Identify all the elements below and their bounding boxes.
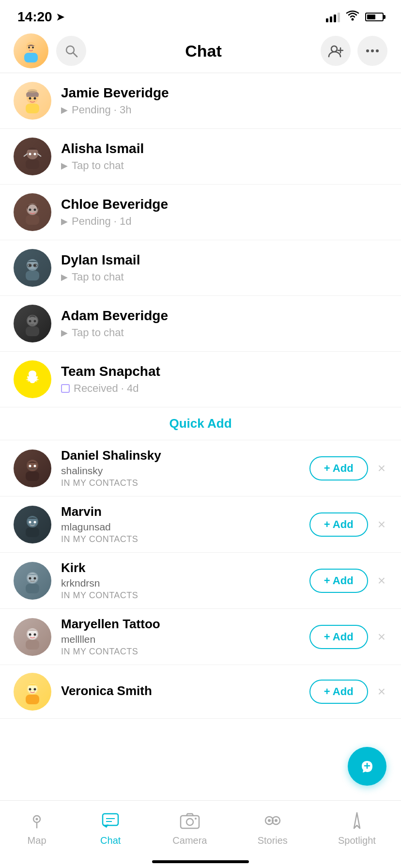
svg-point-65 — [34, 688, 36, 691]
chat-status-team-snapchat: Received · 4d — [61, 382, 387, 395]
svg-rect-47 — [26, 527, 39, 537]
compose-fab[interactable] — [348, 747, 386, 786]
svg-point-4 — [28, 46, 30, 48]
svg-point-60 — [34, 633, 36, 636]
quick-add-name-veronica-smith: Veronica Smith — [61, 683, 309, 698]
dismiss-button-daniel-shalinsky[interactable]: × — [376, 459, 387, 478]
add-button-maryellen-tattoo[interactable]: + Add — [309, 625, 368, 649]
quick-add-actions-daniel-shalinsky: + Add × — [309, 456, 387, 480]
quick-add-reason-marvin: IN MY CONTACTS — [61, 534, 309, 544]
profile-avatar[interactable] — [14, 33, 48, 68]
chat-info-alisha-ismail: Alisha Ismail ▶ Tap to chat — [61, 141, 387, 172]
nav-label-chat: Chat — [100, 835, 121, 846]
chat-status-jamie-beveridge: ▶ Pending · 3h — [61, 104, 387, 116]
quick-add-name-marvin: Marvin — [61, 504, 309, 519]
avatar-veronica-smith — [14, 673, 51, 711]
avatar-daniel-shalinsky — [14, 450, 51, 487]
quick-add-actions-maryellen-tattoo: + Add × — [309, 625, 387, 649]
avatar-alisha-ismail — [14, 138, 51, 175]
quick-add-info-daniel-shalinsky: Daniel Shalinsky shalinsky IN MY CONTACT… — [61, 448, 309, 488]
chat-icon — [99, 809, 122, 832]
chat-name-chloe-beveridge: Chloe Beveridge — [61, 197, 387, 212]
svg-point-72 — [186, 819, 193, 825]
svg-rect-52 — [26, 584, 39, 593]
nav-item-spotlight[interactable]: Spotlight — [328, 805, 386, 850]
camera-icon — [178, 809, 201, 832]
quick-add-username-daniel-shalinsky: shalinsky — [61, 465, 309, 477]
svg-point-67 — [36, 818, 38, 821]
svg-rect-71 — [181, 816, 199, 828]
nav-item-chat[interactable]: Chat — [89, 805, 132, 850]
svg-rect-20 — [26, 159, 39, 169]
chat-item-team-snapchat[interactable]: Team Snapchat Received · 4d — [0, 352, 401, 407]
add-button-daniel-shalinsky[interactable]: + Add — [309, 456, 368, 480]
chat-item-chloe-beveridge[interactable]: Chloe Beveridge ▶ Pending · 1d — [0, 185, 401, 240]
quick-add-item-daniel-shalinsky: Daniel Shalinsky shalinsky IN MY CONTACT… — [0, 440, 401, 496]
quick-add-item-marvin: Marvin mlagunsad IN MY CONTACTS + Add × — [0, 496, 401, 553]
svg-rect-2 — [24, 53, 38, 62]
quick-add-item-maryellen-tattoo: Maryellen Tattoo mellllen IN MY CONTACTS… — [0, 609, 401, 665]
svg-point-13 — [376, 49, 379, 52]
quick-add-header: Quick Add — [0, 407, 401, 440]
svg-point-22 — [34, 153, 36, 155]
chat-name-jamie-beveridge: Jamie Beveridge — [61, 85, 387, 101]
add-button-marvin[interactable]: + Add — [309, 512, 368, 537]
search-button[interactable] — [56, 36, 86, 66]
quick-add-username-marvin: mlagunsad — [61, 521, 309, 533]
chat-status-dylan-ismail: ▶ Tap to chat — [61, 271, 387, 283]
svg-rect-24 — [26, 215, 39, 225]
svg-point-3 — [26, 42, 36, 52]
nav-item-camera[interactable]: Camera — [163, 805, 216, 850]
chat-name-adam-beveridge: Adam Beveridge — [61, 308, 387, 324]
stories-icon — [261, 809, 284, 832]
nav-label-camera: Camera — [172, 835, 207, 846]
chat-name-dylan-ismail: Dylan Ismail — [61, 252, 387, 268]
svg-point-76 — [268, 819, 271, 822]
quick-add-name-kirk: Kirk — [61, 560, 309, 575]
status-time: 14:20 ➤ — [17, 9, 64, 25]
svg-point-18 — [28, 89, 37, 93]
chat-item-alisha-ismail[interactable]: Alisha Ismail ▶ Tap to chat — [0, 129, 401, 185]
quick-add-name-maryellen-tattoo: Maryellen Tattoo — [61, 617, 309, 632]
quick-add-reason-kirk: IN MY CONTACTS — [61, 590, 309, 601]
status-bar: 14:20 ➤ — [0, 0, 401, 29]
svg-rect-62 — [26, 695, 39, 704]
avatar-jamie-beveridge — [14, 82, 51, 120]
svg-point-54 — [29, 577, 31, 579]
more-options-button[interactable] — [357, 36, 387, 66]
svg-point-21 — [29, 153, 31, 155]
quick-add-info-marvin: Marvin mlagunsad IN MY CONTACTS — [61, 504, 309, 544]
avatar-chloe-beveridge — [14, 193, 51, 231]
add-button-veronica-smith[interactable]: + Add — [309, 680, 368, 704]
chat-info-team-snapchat: Team Snapchat Received · 4d — [61, 364, 387, 395]
svg-point-8 — [331, 46, 337, 52]
add-button-kirk[interactable]: + Add — [309, 569, 368, 593]
spotlight-icon — [345, 809, 369, 832]
wifi-icon — [346, 10, 359, 24]
nav-item-map[interactable]: Map — [15, 805, 58, 850]
dismiss-button-kirk[interactable]: × — [376, 571, 387, 590]
svg-point-44 — [29, 465, 31, 467]
chat-item-adam-beveridge[interactable]: Adam Beveridge ▶ Tap to chat — [0, 296, 401, 352]
svg-point-73 — [195, 818, 197, 820]
header-left — [14, 33, 86, 68]
quick-add-name-daniel-shalinsky: Daniel Shalinsky — [61, 448, 309, 463]
quick-add-actions-kirk: + Add × — [309, 569, 387, 593]
chat-info-dylan-ismail: Dylan Ismail ▶ Tap to chat — [61, 252, 387, 283]
dismiss-button-marvin[interactable]: × — [376, 515, 387, 534]
add-friend-button[interactable] — [321, 36, 351, 66]
quick-add-item-veronica-smith: Veronica Smith + Add × — [0, 665, 401, 719]
nav-item-stories[interactable]: Stories — [248, 805, 297, 850]
map-icon — [25, 809, 48, 832]
quick-add-info-maryellen-tattoo: Maryellen Tattoo mellllen IN MY CONTACTS — [61, 617, 309, 657]
svg-line-7 — [73, 53, 77, 57]
chat-item-dylan-ismail[interactable]: Dylan Ismail ▶ Tap to chat — [0, 240, 401, 296]
chat-item-jamie-beveridge[interactable]: Jamie Beveridge ▶ Pending · 3h — [0, 73, 401, 129]
header: Chat — [0, 29, 401, 73]
svg-point-39 — [29, 320, 31, 323]
svg-point-77 — [275, 819, 278, 822]
dismiss-button-maryellen-tattoo[interactable]: × — [376, 627, 387, 647]
dismiss-button-veronica-smith[interactable]: × — [376, 682, 387, 701]
battery-icon — [365, 13, 384, 21]
svg-point-59 — [29, 633, 31, 636]
